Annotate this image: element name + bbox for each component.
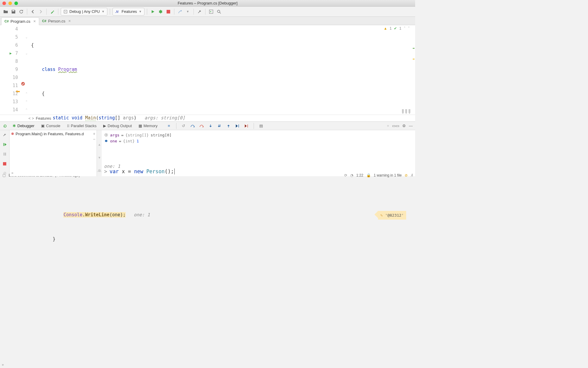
add-frame-icon[interactable]: + bbox=[93, 131, 95, 136]
svg-point-2 bbox=[159, 10, 162, 13]
fold-icon[interactable]: ⌃ bbox=[24, 98, 29, 106]
hammer-build-icon[interactable] bbox=[49, 8, 56, 15]
tab-person-cs[interactable]: C# Person.cs × bbox=[39, 17, 74, 25]
stack-frame[interactable]: Program.Main() in Features, Features.d bbox=[10, 130, 97, 137]
back-icon[interactable] bbox=[30, 8, 36, 15]
chevron-down-icon[interactable]: ▼ bbox=[185, 8, 191, 15]
refresh-icon[interactable] bbox=[18, 8, 25, 15]
fold-icon[interactable]: ⌄ bbox=[24, 33, 29, 41]
fold-icon[interactable]: ⌃ bbox=[24, 90, 29, 98]
titlebar: Features – Program.cs [Debugger] bbox=[0, 0, 415, 7]
line-number[interactable]: 8 bbox=[0, 57, 18, 66]
open-icon[interactable] bbox=[2, 8, 9, 15]
breakpoint-icon[interactable] bbox=[21, 82, 25, 86]
editor[interactable]: ▲1 ✔1 ˄ ˅ 4 5 6 7▶ 8 9 10 11 12 13 14 ⌄ … bbox=[0, 25, 415, 115]
svg-point-5 bbox=[217, 10, 220, 13]
chevron-down-icon: ▼ bbox=[102, 10, 105, 13]
close-icon[interactable]: × bbox=[33, 19, 36, 24]
window-title: Features – Program.cs [Debugger] bbox=[178, 1, 237, 5]
build-config-dropdown[interactable]: Debug | Any CPU ▼ bbox=[61, 8, 107, 16]
stop-icon[interactable] bbox=[2, 161, 8, 167]
wrench-icon[interactable] bbox=[196, 8, 203, 15]
window-close-button[interactable] bbox=[2, 1, 6, 5]
expand-icon[interactable]: » bbox=[11, 171, 13, 175]
fold-icon[interactable]: ⌃ bbox=[24, 106, 29, 114]
svg-rect-7 bbox=[3, 162, 6, 165]
csharp-file-icon: C# bbox=[42, 19, 46, 23]
line-number[interactable]: 7▶ bbox=[0, 49, 18, 57]
inline-hint: one: 1 bbox=[134, 212, 150, 218]
cover-icon[interactable] bbox=[208, 8, 214, 15]
inline-hint: one: 1 bbox=[104, 164, 120, 169]
fold-icon[interactable]: ⌄ bbox=[24, 49, 29, 57]
tab-label: Program.cs bbox=[10, 19, 30, 24]
forward-icon[interactable] bbox=[37, 8, 44, 15]
line-number[interactable]: 12 bbox=[0, 90, 18, 98]
window-zoom-button[interactable] bbox=[14, 1, 18, 5]
bug-icon: ✱ bbox=[13, 124, 16, 128]
rerun-icon[interactable] bbox=[2, 123, 8, 129]
line-number[interactable]: 5 bbox=[0, 33, 18, 41]
config-icon bbox=[63, 10, 68, 14]
run-gutter-icon[interactable]: ▶ bbox=[10, 49, 12, 57]
debug-left-rail: » bbox=[0, 130, 10, 176]
window-minimize-button[interactable] bbox=[8, 1, 12, 5]
save-icon[interactable] bbox=[10, 8, 17, 15]
frames-pane[interactable]: Program.Main() in Features, Features.d +… bbox=[10, 130, 97, 176]
tab-program-cs[interactable]: C# Program.cs × bbox=[1, 17, 39, 25]
fold-column[interactable]: ⌄ ⌄ ⌃ ⌃ ⌃ bbox=[24, 25, 29, 115]
wrench-icon[interactable] bbox=[2, 132, 8, 138]
search-icon[interactable] bbox=[216, 8, 222, 15]
mute-breakpoints-icon[interactable] bbox=[2, 170, 8, 176]
run-target-dropdown[interactable]: .N Features ▼ bbox=[112, 8, 144, 16]
inline-hint: args: string[0] bbox=[144, 115, 185, 121]
resume-icon[interactable] bbox=[2, 142, 8, 147]
dotnet-icon: .N bbox=[115, 10, 120, 14]
code-area[interactable]: { class Program { static void Main(strin… bbox=[29, 25, 415, 115]
line-number[interactable]: 4 bbox=[0, 25, 18, 33]
build-config-label: Debug | Any CPU bbox=[69, 9, 100, 14]
csharp-file-icon: C# bbox=[4, 19, 9, 23]
close-icon[interactable]: × bbox=[68, 19, 71, 23]
line-number[interactable]: 14 bbox=[0, 106, 18, 114]
pause-icon[interactable] bbox=[2, 151, 8, 157]
line-number[interactable]: 9 bbox=[0, 66, 18, 74]
svg-rect-3 bbox=[167, 10, 170, 13]
frame-label: Program.Main() in Features, Features.d bbox=[16, 132, 84, 136]
stop-icon[interactable] bbox=[165, 8, 172, 15]
chevron-down-icon: ▼ bbox=[139, 10, 142, 13]
line-number[interactable]: 11 bbox=[0, 82, 18, 90]
pencils-icon bbox=[401, 109, 411, 114]
run-target-label: Features bbox=[122, 9, 137, 14]
profile-icon[interactable] bbox=[177, 8, 183, 15]
line-number[interactable]: 10 bbox=[0, 74, 18, 82]
error-stripe[interactable] bbox=[412, 25, 415, 115]
main-toolbar: Debug | Any CPU ▼ .N Features ▼ ▼ bbox=[0, 7, 415, 17]
frame-dot-icon bbox=[11, 133, 14, 135]
annotation-tag[interactable]: ✎ '@82312' bbox=[378, 211, 406, 220]
editor-tabs: C# Program.cs × C# Person.cs × bbox=[0, 17, 415, 25]
remove-frame-icon[interactable]: − bbox=[93, 137, 95, 142]
line-number[interactable]: 13 bbox=[0, 98, 18, 106]
tab-label: Person.cs bbox=[48, 19, 65, 23]
line-number[interactable]: 6 bbox=[0, 41, 18, 49]
run-icon[interactable] bbox=[150, 8, 156, 15]
debug-icon[interactable] bbox=[157, 8, 164, 15]
gutter[interactable]: 4 5 6 7▶ 8 9 10 11 12 13 14 bbox=[0, 25, 24, 115]
svg-text:.N: .N bbox=[115, 10, 119, 13]
